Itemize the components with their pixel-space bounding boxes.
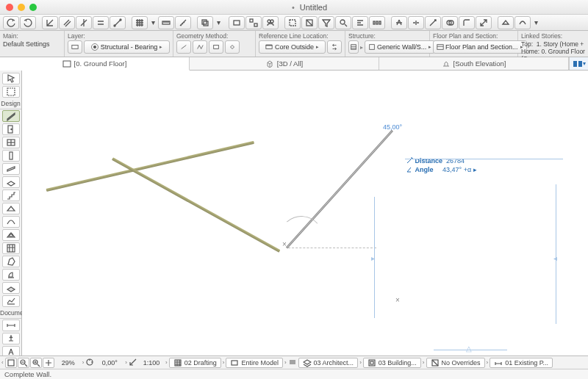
distribute-button[interactable] [369, 16, 385, 29]
door-tool[interactable] [2, 123, 20, 135]
grid-dropdown[interactable]: ▾ [148, 16, 157, 29]
dimension-tool[interactable] [2, 320, 20, 331]
shell-button[interactable] [514, 16, 531, 29]
zoom-100[interactable] [5, 358, 17, 368]
wall-segment-1[interactable] [46, 141, 254, 192]
gover-combo[interactable]: No Overrides [426, 358, 485, 368]
ib-home-lbl: Home: [521, 48, 539, 55]
autogroup-button[interactable] [245, 16, 262, 29]
rotation-value[interactable]: 0,00° [96, 359, 123, 367]
zoom-value[interactable]: 29% [56, 359, 81, 367]
filter-button[interactable] [318, 16, 334, 29]
dim-combo[interactable]: 01 Existing P... [490, 358, 553, 368]
suspend-groups-button[interactable] [229, 16, 245, 29]
tab-navigator-button[interactable]: ▾ [569, 57, 588, 70]
window-tool[interactable] [2, 137, 20, 148]
beam-tool[interactable] [2, 163, 20, 175]
penset-combo[interactable]: 02 Drafting [169, 358, 221, 368]
slab-tool[interactable] [2, 176, 20, 188]
grid-toggle[interactable] [132, 16, 148, 29]
zoom-next[interactable]: › [82, 359, 85, 366]
canvas[interactable]: × 45,00° Distance 26784 Angle 43,47° +α … [22, 71, 588, 355]
tab-3d-all[interactable]: [3D / All] [190, 57, 379, 70]
title-text: Untitled [300, 3, 327, 12]
ib-fps-combo[interactable]: Floor Plan and Section... ▸ [433, 40, 527, 54]
orient-icon[interactable] [85, 358, 94, 368]
teamwork-button[interactable] [262, 16, 279, 29]
svg-rect-50 [232, 361, 237, 365]
curtainwall-tool[interactable] [2, 242, 20, 254]
pan[interactable] [43, 358, 54, 368]
edit-selection-button[interactable] [284, 16, 301, 29]
zoom-out[interactable] [18, 358, 29, 368]
mvo-combo[interactable]: Entire Model [226, 358, 283, 368]
wall-segment-2[interactable] [112, 157, 280, 253]
show-selection-button[interactable] [301, 16, 318, 29]
marquee-tool[interactable] [2, 86, 20, 98]
reno-combo[interactable]: 03 Building... [363, 358, 421, 368]
guideline-perp-button[interactable] [42, 16, 58, 29]
ib-ref-flip[interactable] [327, 40, 342, 54]
measure-button[interactable] [175, 16, 191, 29]
trim-button[interactable] [391, 16, 407, 29]
tab-south-elevation[interactable]: [South Elevation] [379, 57, 569, 70]
tab-ground-floor[interactable]: [0. Ground Floor] [0, 57, 190, 71]
svg-rect-49 [175, 360, 181, 366]
ib-struct-combo[interactable]: Generic Wall/S... ▸ [365, 40, 435, 54]
object-tool[interactable] [2, 269, 20, 281]
tab2-label: [3D / All] [277, 59, 303, 68]
split-button[interactable] [408, 16, 424, 29]
redo-button[interactable] [20, 16, 36, 29]
level-dim-tool[interactable] [2, 333, 20, 344]
ib-top-val[interactable]: 1. Story (Home + [537, 40, 584, 48]
resize-button[interactable] [476, 16, 492, 29]
guideline-offset-button[interactable] [93, 16, 109, 29]
adjust-button[interactable] [425, 16, 441, 29]
find-select-button[interactable] [335, 16, 351, 29]
column-tool[interactable] [2, 150, 20, 162]
guideline-parallel-button[interactable] [59, 16, 75, 29]
morph-tool[interactable] [2, 256, 20, 267]
guideline-segment-button[interactable] [110, 16, 126, 29]
intersect-button[interactable] [442, 16, 458, 29]
guideline-bisector-button[interactable] [76, 16, 92, 29]
geom-chained[interactable] [193, 40, 207, 54]
skylight-tool[interactable] [2, 229, 20, 241]
undo-button[interactable] [3, 16, 19, 29]
close-button[interactable] [6, 4, 13, 11]
svg-rect-10 [290, 20, 295, 26]
geom-rect[interactable] [209, 40, 223, 54]
stair-tool[interactable] [2, 190, 20, 201]
ib-main-value[interactable]: Default Settings [3, 40, 61, 48]
qo-prev[interactable]: ‹ [1, 359, 4, 366]
shell-tool[interactable] [2, 216, 20, 228]
ib-ref-combo[interactable]: Core Outside ▸ [259, 40, 326, 54]
zoom-button[interactable] [29, 4, 37, 11]
align-button[interactable] [352, 16, 368, 29]
ib-layer-combo[interactable]: Structural - Bearing ▸ [84, 40, 170, 54]
ruler-button[interactable] [158, 16, 174, 29]
geom-rotrect[interactable] [225, 40, 240, 54]
svg-point-9 [270, 20, 273, 23]
roof-button[interactable] [498, 16, 514, 29]
trace-button[interactable] [197, 16, 213, 29]
scale-value[interactable]: 1:100 [139, 359, 164, 367]
svg-rect-15 [379, 21, 381, 24]
geom-straight[interactable] [176, 40, 191, 54]
roof-dropdown[interactable]: ▾ [531, 16, 540, 29]
scale-icon[interactable] [129, 358, 137, 368]
roof-tool[interactable] [2, 203, 20, 214]
minimize-button[interactable] [18, 4, 25, 11]
arrow-tool[interactable] [2, 73, 20, 84]
ib-struct-label: Structure: [348, 32, 426, 40]
layer-structure[interactable] [288, 358, 297, 368]
wall-tool[interactable] [2, 110, 20, 122]
fillet-button[interactable] [459, 16, 475, 29]
layercombo[interactable]: 03 Architect... [298, 358, 359, 368]
ib-struct-mode[interactable] [348, 40, 359, 54]
zone-tool[interactable] [2, 282, 20, 294]
mesh-tool[interactable] [2, 295, 20, 307]
zoom-in[interactable] [30, 358, 42, 368]
trace-dropdown[interactable]: ▾ [214, 16, 223, 29]
ib-layer-icon-button[interactable] [68, 40, 82, 54]
